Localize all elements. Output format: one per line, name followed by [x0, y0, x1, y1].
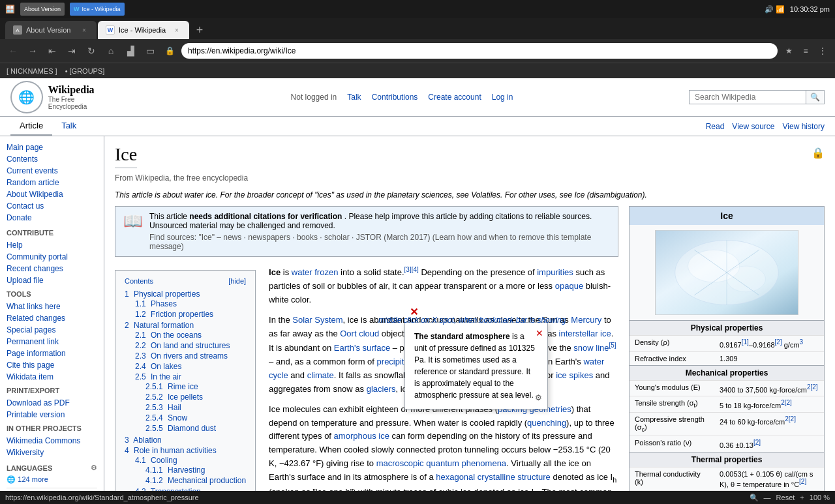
toc-link-2[interactable]: 2 Natural formation — [125, 321, 194, 330]
toc-link-4-2[interactable]: 4.2 Transportation — [135, 487, 201, 491]
toc-link-2-5-5[interactable]: 2.5.5 Diamond dust — [145, 424, 216, 433]
menu-icon[interactable]: ⋮ — [815, 44, 830, 58]
tab-talk[interactable]: Talk — [52, 117, 85, 136]
tooltip-gear-icon[interactable]: ⚙ — [535, 392, 542, 404]
sidebar-item-special-pages[interactable]: Special pages — [7, 324, 97, 336]
sidebar-item-wikidata-item[interactable]: Wikidata item — [7, 371, 97, 383]
back-button[interactable]: ← — [5, 43, 21, 59]
search-input[interactable] — [689, 90, 806, 104]
toc-link-2-4[interactable]: 2.4 On lakes — [135, 362, 181, 371]
view-source-link[interactable]: View source — [732, 122, 774, 131]
toc-link-2-5[interactable]: 2.5 In the air — [135, 372, 181, 381]
notice-improve-link[interactable]: improve this article — [391, 212, 457, 221]
link-interstellar-ice[interactable]: interstellar ice — [559, 329, 611, 338]
toc-link-2-5-1[interactable]: 2.5.1 Rime ice — [145, 382, 198, 391]
link-amorphous-ice[interactable]: amorphous ice — [334, 431, 389, 441]
sidebar-item-donate[interactable]: Donate — [7, 212, 97, 224]
languages-gear[interactable]: ⚙ — [91, 464, 97, 472]
toc-link-4-1-2[interactable]: 4.1.2 Mechanical production — [145, 476, 246, 485]
taskbar-wiki-window[interactable]: W Ice - Wikipedia — [70, 3, 125, 16]
sidebar-item-printable-version[interactable]: Printable version — [7, 409, 97, 421]
link-snow-line[interactable]: snow line — [573, 344, 609, 353]
tab-article[interactable]: Article — [10, 117, 52, 136]
link-oort-cloud[interactable]: Oort cloud — [340, 329, 379, 338]
last-button[interactable]: ⇥ — [64, 43, 80, 59]
sidebar-item-wikimedia-commons[interactable]: Wikimedia Commons — [7, 435, 97, 447]
layout-button[interactable]: ▟ — [123, 43, 138, 59]
toc-link-4-1[interactable]: 4.1 Cooling — [135, 456, 177, 465]
first-button[interactable]: ⇤ — [44, 43, 60, 59]
link-opaque[interactable]: opaque — [555, 281, 583, 291]
wiki-tab-close[interactable]: × — [172, 25, 181, 35]
sidebar-item-upload-file[interactable]: Upload file — [7, 274, 97, 286]
talk-link[interactable]: Talk — [347, 93, 361, 102]
log-in-link[interactable]: Log in — [492, 93, 513, 102]
sidebar-item-cite-this-page[interactable]: Cite this page — [7, 359, 97, 371]
bookmark-nicknames[interactable]: [ NICKNAMES ] — [7, 67, 57, 75]
bookmark-icon[interactable]: ★ — [782, 44, 796, 58]
reader-icon[interactable]: ≡ — [798, 44, 813, 58]
tab-about[interactable]: A About Version × — [5, 21, 97, 39]
link-hexagonal-crystalline[interactable]: hexagonal crystalline structure — [436, 472, 551, 482]
tooltip-close-button[interactable]: ✕ — [536, 327, 543, 340]
notice-sources-links[interactable]: "Ice" – news · newspapers · books · scho… — [198, 233, 381, 242]
toc-link-1[interactable]: 1 Physical properties — [125, 289, 200, 299]
sidebar-item-community-portal[interactable]: Community portal — [7, 251, 97, 263]
sidebar-item-what-links-here[interactable]: What links here — [7, 301, 97, 312]
zoom-in[interactable]: + — [800, 494, 804, 501]
languages-count-link[interactable]: 124 more — [18, 475, 48, 483]
sidebar-item-current-events[interactable]: Current events — [7, 165, 97, 177]
address-input[interactable] — [181, 43, 778, 59]
toc-link-2-3[interactable]: 2.3 On rivers and streams — [135, 351, 228, 361]
link-solar-system[interactable]: Solar System — [292, 315, 342, 325]
toc-link-4[interactable]: 4 Role in human activities — [125, 446, 217, 455]
sidebar-item-help[interactable]: Help — [7, 239, 97, 251]
split-button[interactable]: ▭ — [142, 43, 158, 59]
sidebar-item-recent-changes[interactable]: Recent changes — [7, 263, 97, 274]
link-frozen[interactable]: frozen — [314, 267, 338, 277]
sidebar-item-random-article[interactable]: Random article — [7, 177, 97, 188]
tab-wikipedia[interactable]: W Ice - Wikipedia × — [98, 21, 189, 39]
toc-link-2-5-3[interactable]: 2.5.3 Hail — [145, 403, 181, 412]
forward-button[interactable]: → — [25, 43, 40, 59]
toc-link-3[interactable]: 3 Ablation — [125, 436, 162, 445]
reload-button[interactable]: ↻ — [84, 43, 99, 59]
link-climate[interactable]: climate — [307, 370, 334, 380]
bookmark-groups[interactable]: • [GROUPS] — [65, 67, 105, 75]
toc-hide-button[interactable]: [hide] — [228, 277, 246, 285]
toc-link-1-2[interactable]: 1.2 Friction properties — [135, 310, 213, 319]
reset-zoom[interactable]: Reset — [776, 494, 795, 501]
new-tab-button[interactable]: + — [190, 21, 209, 39]
toc-link-2-5-2[interactable]: 2.5.2 Ice pellets — [145, 393, 203, 402]
sidebar-item-related-changes[interactable]: Related changes — [7, 312, 97, 324]
link-earths-surface[interactable]: Earth's surface — [334, 344, 390, 353]
home-button[interactable]: ⌂ — [103, 43, 119, 59]
sidebar-item-contents[interactable]: Contents — [7, 153, 97, 165]
search-button[interactable]: 🔍 — [806, 90, 825, 104]
sidebar-item-contact-us[interactable]: Contact us — [7, 200, 97, 212]
create-account-link[interactable]: Create account — [428, 93, 481, 102]
sidebar-item-about-wikipedia[interactable]: About Wikipedia — [7, 188, 97, 200]
link-water[interactable]: water — [292, 267, 312, 277]
toc-link-2-2[interactable]: 2.2 On land and structures — [135, 341, 230, 350]
sidebar-item-page-information[interactable]: Page information — [7, 348, 97, 359]
languages-flag[interactable]: 🌐 — [7, 475, 16, 483]
link-ice-spikes[interactable]: ice spikes — [556, 370, 593, 380]
toc-link-2-1[interactable]: 2.1 On the oceans — [135, 331, 202, 340]
toc-link-1-1[interactable]: 1.1 Phases — [135, 299, 177, 308]
toc-link-4-1-1[interactable]: 4.1.1 Harvesting — [145, 466, 205, 475]
sidebar-item-main-page[interactable]: Main page — [7, 141, 97, 153]
about-tab-close[interactable]: × — [80, 25, 89, 35]
sidebar-item-permanent-link[interactable]: Permanent link — [7, 336, 97, 348]
sidebar-item-download-pdf[interactable]: Download as PDF — [7, 397, 97, 409]
contributions-link[interactable]: Contributions — [372, 93, 418, 102]
read-link[interactable]: Read — [706, 122, 725, 131]
link-quenching[interactable]: quenching — [527, 418, 566, 428]
view-history-link[interactable]: View history — [783, 122, 825, 131]
link-mercury[interactable]: Mercury — [571, 315, 601, 325]
toc-link-2-5-4[interactable]: 2.5.4 Snow — [145, 413, 187, 422]
link-macroscopic-quantum[interactable]: macroscopic quantum phenomena — [376, 458, 506, 468]
sidebar-item-wikiversity[interactable]: Wikiversity — [7, 447, 97, 458]
taskbar-about-window[interactable]: About Version — [20, 3, 65, 16]
link-glaciers[interactable]: glaciers — [367, 384, 396, 394]
